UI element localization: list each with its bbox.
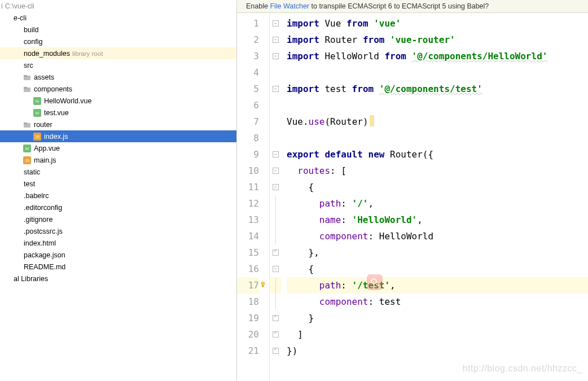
code-line[interactable]: path: '/test', [287, 277, 588, 294]
code-line[interactable]: { [287, 261, 588, 277]
fold-open-icon[interactable]: − [273, 20, 279, 27]
code-line[interactable]: export default new Router({ [287, 146, 588, 163]
code-content[interactable]: import Vue from 'vue'import Router from … [281, 13, 588, 381]
tree-item-label: main.js [34, 156, 59, 164]
fold-open-icon[interactable]: − [273, 266, 279, 272]
tree-item[interactable]: src [0, 59, 236, 71]
svg-rect-1 [24, 75, 27, 77]
tree-item[interactable]: static [0, 166, 236, 178]
fold-cell[interactable]: − [270, 261, 281, 277]
code-line[interactable] [287, 97, 588, 113]
fold-cell [270, 277, 281, 294]
code-line[interactable]: Vue.use(Router) [287, 113, 588, 130]
fold-cell[interactable]: − [270, 163, 281, 179]
tree-item[interactable]: JSmain.js [0, 154, 236, 166]
fold-cell[interactable]: − [270, 15, 281, 32]
tree-item[interactable]: Htest.vue [0, 107, 236, 119]
tree-item-label: index.js [44, 133, 70, 141]
svg-text:H: H [25, 146, 29, 151]
tree-item[interactable]: .gitignore [0, 213, 236, 225]
fold-open-icon[interactable]: − [273, 53, 279, 59]
intention-bulb-icon[interactable] [259, 281, 267, 288]
line-number: 19 [237, 310, 259, 326]
svg-text:H: H [36, 99, 39, 104]
fold-cell[interactable]: ⌃ [270, 343, 281, 359]
file-watcher-link[interactable]: File Watcher [270, 2, 309, 10]
line-number: 11 [237, 179, 259, 195]
fold-close-icon[interactable]: ⌃ [273, 315, 279, 321]
fold-open-icon[interactable]: − [273, 151, 279, 157]
fold-close-icon[interactable]: ⌃ [273, 249, 279, 256]
line-number: 10 [237, 163, 259, 179]
tree-item[interactable]: test [0, 178, 236, 190]
tree-item[interactable]: al Libraries [0, 273, 236, 284]
code-line[interactable]: component: HelloWorld [287, 228, 588, 244]
jsfile-icon: JS [23, 156, 32, 165]
tree-item[interactable]: README.md [0, 261, 236, 273]
tree-item-label: .editorconfig [24, 204, 64, 212]
fold-open-icon[interactable]: − [273, 184, 279, 190]
vuefile-icon: H [23, 144, 32, 153]
code-line[interactable]: name: 'HelloWorld', [287, 212, 588, 228]
fold-open-icon[interactable]: − [273, 168, 279, 174]
code-line[interactable]: import Router from 'vue-router' [287, 32, 588, 48]
code-line[interactable]: ] [287, 326, 588, 343]
tree-item-selected[interactable]: JSindex.js [0, 130, 236, 142]
fold-cell[interactable]: ⌃ [270, 244, 281, 261]
fold-cell [270, 64, 281, 81]
code-editor[interactable]: 123456789101112131415161718192021 −−−−−−… [237, 13, 588, 381]
fold-cell[interactable]: − [270, 146, 281, 163]
tree-item[interactable]: index.html [0, 237, 236, 249]
none-icon [12, 227, 21, 236]
tree-item[interactable]: .editorconfig [0, 202, 236, 213]
fold-cell[interactable]: − [270, 48, 281, 64]
fold-cell[interactable]: − [270, 32, 281, 48]
code-line[interactable]: } [287, 310, 588, 326]
code-line[interactable]: }) [287, 343, 588, 359]
code-line[interactable]: routes: [ [287, 163, 588, 179]
fold-cell[interactable]: ⌃ [270, 310, 281, 326]
tree-item[interactable]: HHelloWorld.vue [0, 95, 236, 107]
tree-item[interactable]: .babelrc [0, 190, 236, 202]
code-line[interactable] [287, 130, 588, 146]
tree-item[interactable]: node_moduleslibrary root [0, 47, 236, 59]
folder-icon [23, 120, 32, 129]
tree-item-label: .babelrc [24, 192, 51, 200]
tree-item-label: components [34, 85, 74, 93]
tree-item[interactable]: assets [0, 71, 236, 83]
tree-item[interactable]: components [0, 83, 236, 95]
tree-item[interactable]: .postcssrc.js [0, 225, 236, 237]
code-line[interactable]: }, [287, 244, 588, 261]
line-number: 7 [237, 113, 259, 130]
fold-open-icon[interactable]: − [273, 86, 279, 92]
fold-close-icon[interactable]: ⌃ [273, 348, 279, 354]
code-line[interactable]: import test from '@/components/test' [287, 81, 588, 97]
fold-close-icon[interactable]: ⌃ [273, 331, 279, 338]
tree-item[interactable]: router [0, 119, 236, 130]
code-line[interactable]: component: test [287, 294, 588, 310]
code-line[interactable]: import Vue from 'vue' [287, 15, 588, 32]
tree-item[interactable]: i C:\vue-cli [0, 0, 236, 12]
code-line[interactable]: import HelloWorld from '@/components/Hel… [287, 48, 588, 64]
code-line[interactable]: path: '/', [287, 195, 588, 212]
fold-gutter[interactable]: −−−−−−−⌃−⌃⌃⌃ [270, 13, 281, 381]
code-line[interactable]: { [287, 179, 588, 195]
fold-cell[interactable]: − [270, 81, 281, 97]
tree-item-label: node_modules [24, 50, 72, 58]
code-line[interactable] [287, 64, 588, 81]
fold-cell[interactable]: ⌃ [270, 326, 281, 343]
tree-item[interactable]: build [0, 24, 236, 36]
tree-item[interactable]: e-cli [0, 12, 236, 24]
none-icon [12, 37, 21, 46]
tree-item[interactable]: HApp.vue [0, 142, 236, 154]
tree-item-label: package.json [24, 251, 68, 259]
vuefile-icon: H [33, 108, 42, 117]
none-icon [12, 61, 21, 70]
tree-item-label: test.vue [44, 109, 71, 117]
tree-item[interactable]: package.json [0, 249, 236, 261]
fold-cell[interactable]: − [270, 179, 281, 195]
file-watcher-notice[interactable]: Enable File Watcher to transpile ECMAScr… [237, 0, 588, 13]
project-tree[interactable]: i C:\vue-clie-clibuildconfignode_modules… [0, 0, 236, 381]
fold-open-icon[interactable]: − [273, 37, 279, 43]
tree-item[interactable]: config [0, 36, 236, 47]
